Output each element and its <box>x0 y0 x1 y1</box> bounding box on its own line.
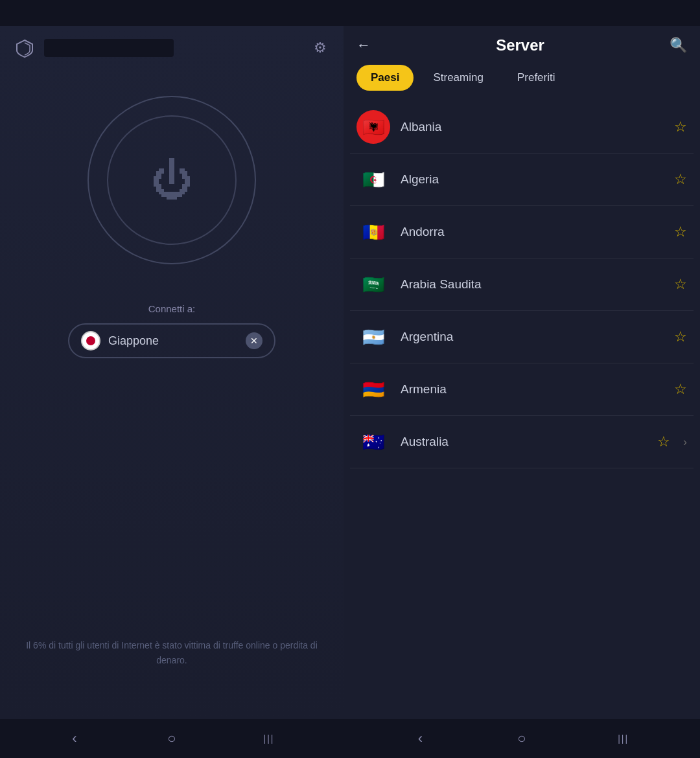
search-button[interactable]: 🔍 <box>670 37 687 54</box>
favorite-albania[interactable]: ☆ <box>674 119 687 135</box>
country-row-armenia[interactable]: 🇦🇲 Armenia ☆ <box>350 363 694 416</box>
info-text: Il 6% di tutti gli utenti di Internet è … <box>0 638 344 667</box>
network-name-bar <box>44 39 174 57</box>
country-name-armenia: Armenia <box>401 382 664 396</box>
vpn-icon <box>13 36 36 60</box>
favorite-australia[interactable]: ☆ <box>657 433 670 450</box>
japan-flag <box>81 331 100 350</box>
country-row-argentina[interactable]: 🇦🇷 Argentina ☆ <box>350 311 694 363</box>
country-name-argentina: Argentina <box>401 330 664 344</box>
right-panel: ← Server 🔍 Paesi Streaming Preferiti 🇦🇱 … <box>344 26 700 719</box>
connect-selector[interactable]: Giappone ✕ <box>68 323 275 358</box>
clear-button[interactable]: ✕ <box>246 332 262 349</box>
left-header: ⚙ <box>0 26 344 70</box>
country-name-albania: Albania <box>401 120 664 134</box>
bottom-bar: ‹ ○ ||| ‹ ○ ||| <box>0 719 700 758</box>
left-nav-home[interactable]: ○ <box>159 726 185 752</box>
tab-paesi[interactable]: Paesi <box>356 65 414 91</box>
flag-arabia-saudita: 🇸🇦 <box>356 268 390 301</box>
status-bar <box>0 0 700 26</box>
country-row-andorra[interactable]: 🇦🇩 Andorra ☆ <box>350 206 694 258</box>
power-icon: ⏻ <box>151 159 192 201</box>
tab-preferiti[interactable]: Preferiti <box>503 65 570 91</box>
country-row-albania[interactable]: 🇦🇱 Albania ☆ <box>350 101 694 154</box>
power-circle-inner: ⏻ <box>107 115 237 245</box>
country-name-australia: Australia <box>401 435 647 449</box>
chevron-right-australia: › <box>683 435 687 449</box>
connect-to-label: Connetti a: <box>148 303 196 314</box>
country-list: 🇦🇱 Albania ☆ 🇩🇿 Algeria ☆ 🇦🇩 Andorra ☆ 🇸… <box>344 101 700 719</box>
favorite-andorra[interactable]: ☆ <box>674 224 687 240</box>
left-nav-back[interactable]: ‹ <box>62 726 88 752</box>
tabs-row: Paesi Streaming Preferiti <box>344 65 700 101</box>
favorite-armenia[interactable]: ☆ <box>674 381 687 398</box>
country-row-algeria[interactable]: 🇩🇿 Algeria ☆ <box>350 154 694 206</box>
country-name-arabia-saudita: Arabia Saudita <box>401 277 664 292</box>
flag-andorra: 🇦🇩 <box>356 215 390 249</box>
power-button-container[interactable]: ⏻ <box>88 96 256 264</box>
left-nav-recents[interactable]: ||| <box>256 726 282 752</box>
favorite-argentina[interactable]: ☆ <box>674 328 687 345</box>
flag-armenia: 🇦🇲 <box>356 373 390 406</box>
right-nav-recents[interactable]: ||| <box>611 726 636 752</box>
country-row-arabia-saudita[interactable]: 🇸🇦 Arabia Saudita ☆ <box>350 258 694 311</box>
flag-australia: 🇦🇺 <box>356 425 390 459</box>
favorite-arabia-saudita[interactable]: ☆ <box>674 276 687 293</box>
favorite-algeria[interactable]: ☆ <box>674 171 687 188</box>
settings-icon[interactable]: ⚙ <box>310 38 331 58</box>
flag-albania: 🇦🇱 <box>356 110 390 144</box>
right-header: ← Server 🔍 <box>344 26 700 65</box>
back-button[interactable]: ← <box>356 37 371 54</box>
right-nav-back[interactable]: ‹ <box>407 726 433 752</box>
main-content: ⚙ ⏻ Connetti a: Giappone ✕ Il 6% di tutt… <box>0 26 700 719</box>
selected-country: Giappone <box>108 334 238 348</box>
flag-algeria: 🇩🇿 <box>356 163 390 196</box>
country-row-australia[interactable]: 🇦🇺 Australia ☆ › <box>350 416 694 468</box>
tab-streaming[interactable]: Streaming <box>419 65 497 91</box>
panel-title: Server <box>381 36 659 54</box>
right-bottom-nav: ‹ ○ ||| <box>344 719 700 758</box>
country-name-andorra: Andorra <box>401 225 664 239</box>
right-nav-home[interactable]: ○ <box>509 726 535 752</box>
left-panel: ⚙ ⏻ Connetti a: Giappone ✕ Il 6% di tutt… <box>0 26 344 719</box>
flag-argentina: 🇦🇷 <box>356 320 390 354</box>
country-name-algeria: Algeria <box>401 172 664 187</box>
left-bottom-nav: ‹ ○ ||| <box>0 719 344 758</box>
